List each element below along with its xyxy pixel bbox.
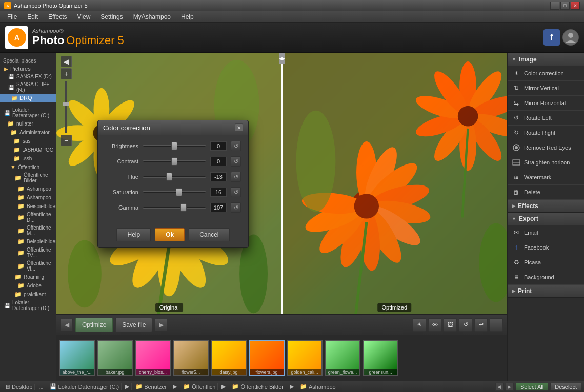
thumbnail[interactable]: greensun... [363,340,398,376]
sidebar-item-nullater[interactable]: 📁nullater [0,119,56,128]
sidebar-item-ashampoo2[interactable]: 📁Ashampoo [0,184,56,193]
sidebar-item-beispiel[interactable]: 📁Beispielbilder [0,202,56,211]
sidebar-item[interactable]: 💾SANSA EX (D:) [0,73,56,80]
contrast-slider-container[interactable] [143,157,206,166]
thumbnail[interactable]: golden_cali... [287,340,323,376]
thumbnail[interactable]: above_the_r... [59,340,95,376]
zoom-nav-btn[interactable]: ◀ [61,56,72,67]
thumbnail[interactable]: flower5... [173,340,209,376]
next-button[interactable]: ▶ [155,319,167,331]
status-next-btn[interactable]: ▶ [506,383,514,391]
save-file-button[interactable]: Save file [115,318,152,332]
thumbnail[interactable]: cherry_blos... [135,340,171,376]
menu-edit[interactable]: Edit [22,12,43,22]
hue-slider-container[interactable] [143,173,206,181]
user-icon[interactable] [562,29,579,46]
ok-button[interactable]: Ok [155,228,185,241]
sidebar-item-om[interactable]: 📁Öffentliche M... [0,224,56,237]
optimize-button[interactable]: Optimize [75,318,113,332]
sidebar-item-beispiel2[interactable]: 📁Beispielbilder [0,237,56,246]
color-correction-item[interactable]: ☀ Color correction [508,66,584,81]
gamma-thumb[interactable] [180,203,187,212]
titlebar-controls[interactable]: — □ ✕ [550,2,580,10]
sidebar-item-ashampoo[interactable]: 📁.ASHAMPOO [0,146,56,154]
sidebar-item-drq[interactable]: 📁DRQ [0,94,56,102]
thumbnail[interactable]: green_flowe... [325,340,360,376]
contrast-reset[interactable]: ↺ [231,156,241,167]
redeye-icon-btn[interactable]: 👁 [428,318,441,332]
status-prev-btn[interactable]: ◀ [495,383,504,391]
zoom-out-btn[interactable]: − [61,135,72,146]
rotate-left-item[interactable]: ↺ Rotate Left [508,111,584,126]
image-section-header[interactable]: ▼ Image [508,53,584,66]
sidebar-item-ov[interactable]: 📁Öffentliche Vi... [0,259,56,273]
menu-myashampoo[interactable]: MyAshampoo [128,12,176,22]
sidebar-item-roaming[interactable]: 📁Roaming [0,273,56,281]
rotate-right-item[interactable]: ↻ Rotate Right [508,126,584,140]
thumbnail-selected[interactable]: flowers.jpg [249,340,285,376]
dialog-close-button[interactable]: ✕ [235,123,243,132]
watermark-item[interactable]: ≋ Watermark [508,170,584,185]
background-item[interactable]: 🖥 Background [508,270,584,285]
sidebar-item-praktikant[interactable]: 📁praktikant [0,290,56,299]
menu-file[interactable]: File [2,12,22,22]
menu-effects[interactable]: Effects [43,12,72,22]
sidebar-item[interactable]: ▶Pictures [0,65,56,73]
export-section-header[interactable]: ▼ Export [508,213,584,225]
thumbnail[interactable]: daisy.jpg [211,340,247,376]
menu-settings[interactable]: Settings [95,12,128,22]
saturation-slider-container[interactable] [143,188,206,196]
sidebar-item-adobe[interactable]: 📁Adobe [0,281,56,290]
thumbnail[interactable]: baker.jpg [97,340,133,376]
menu-view[interactable]: View [72,12,96,22]
remove-red-eyes-item[interactable]: Remove Red Eyes [508,140,584,155]
zoom-in-btn[interactable]: + [61,68,72,79]
hue-thumb[interactable] [166,173,172,181]
sidebar-item-ashampoo3[interactable]: 📁Ashampoo [0,193,56,202]
sidebar-item-sas[interactable]: 📁sas [0,137,56,146]
more-icon-btn[interactable]: ⋯ [490,318,503,332]
contrast-thumb[interactable] [171,157,177,166]
sidebar-item[interactable]: 💾SANSA CLIP+ (N:) [0,80,56,94]
brightness-icon-btn[interactable]: ☀ [413,318,426,332]
facebook-item[interactable]: f Facebook [508,240,584,255]
hue-reset[interactable]: ↺ [231,172,241,182]
gamma-reset[interactable]: ↺ [231,202,241,213]
cancel-button[interactable]: Cancel [189,228,229,241]
prev-button[interactable]: ◀ [61,319,73,331]
zoom-slider-thumb[interactable] [63,102,69,106]
sidebar-item-offentlich[interactable]: ▼Öffentlich [0,163,56,171]
select-all-button[interactable]: Select All [516,383,548,391]
deselect-button[interactable]: Deselect [550,383,581,391]
gamma-slider-container[interactable] [143,203,206,212]
brightness-slider-container[interactable] [143,142,206,150]
maximize-button[interactable]: □ [560,2,570,10]
mirror-vertical-item[interactable]: ⇅ Mirror Vertical [508,81,584,96]
print-section-header[interactable]: ▶ Print [508,285,584,298]
brightness-thumb[interactable] [171,142,177,150]
mirror-horizontal-item[interactable]: ⇆ Mirror Horizontal [508,96,584,111]
rotate-icon-btn[interactable]: ↺ [459,318,472,332]
facebook-icon[interactable]: f [543,29,560,46]
sidebar-item-od[interactable]: 📁Öffentliche D... [0,211,56,224]
undo-icon-btn[interactable]: ↩ [474,318,488,332]
menu-help[interactable]: Help [176,12,199,22]
sidebar-item-bilder[interactable]: 📁Öffentliche Bilder [0,171,56,184]
split-handle[interactable]: ◀▶ [279,53,285,64]
picasa-item[interactable]: ♻ Picasa [508,255,584,270]
sidebar-item-otv[interactable]: 📁Öffentliche TV... [0,246,56,259]
minimize-button[interactable]: — [550,2,559,10]
delete-item[interactable]: 🗑 Delete [508,185,584,200]
sidebar-item-admin[interactable]: 📁Administrator [0,128,56,137]
email-item[interactable]: ✉ Email [508,225,584,240]
help-button[interactable]: Help [116,228,151,241]
photo-icon-btn[interactable]: 🖼 [444,318,457,332]
saturation-thumb[interactable] [176,188,182,196]
sidebar-item-drive-c[interactable]: 💾Lokaler Datenträger (C:) [0,106,56,119]
brightness-reset[interactable]: ↺ [231,141,241,151]
saturation-reset[interactable]: ↺ [231,187,241,197]
close-button[interactable]: ✕ [571,2,580,10]
straighten-item[interactable]: Straighten horizon [508,155,584,170]
sidebar-item-drive-d[interactable]: 💾Lokaler Datenträger (D:) [0,299,56,312]
sidebar-item-ssh[interactable]: 📁.ssh [0,154,56,163]
